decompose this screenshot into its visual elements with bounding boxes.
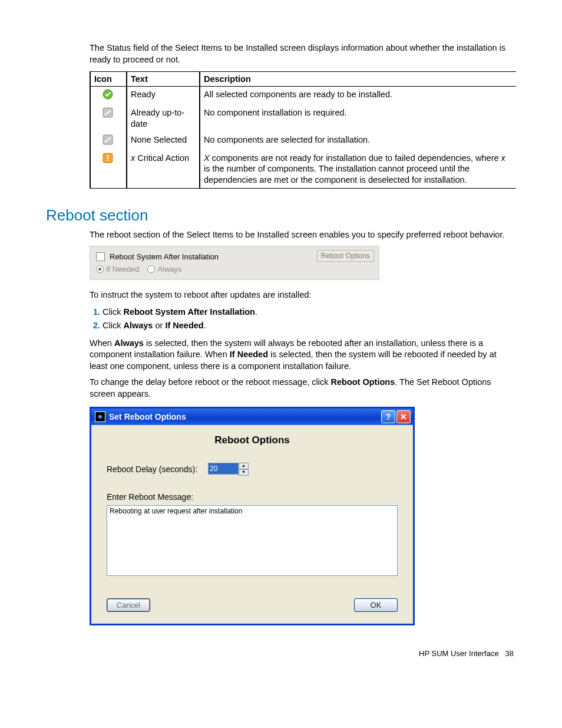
- svg-rect-5: [107, 160, 108, 161]
- instruct-text: To instruct the system to reboot after u…: [90, 289, 516, 301]
- row-desc: No components are selected for installat…: [200, 132, 516, 150]
- svg-point-7: [98, 415, 102, 419]
- paragraph-always-ifneeded: When Always is selected, then the system…: [90, 338, 516, 373]
- dialog-heading: Reboot Options: [107, 434, 398, 446]
- section-intro: The reboot section of the Select Items t…: [90, 229, 516, 241]
- intro-text: The Status field of the Select Items to …: [90, 42, 516, 65]
- steps-list: Click Reboot System After Installation. …: [90, 305, 516, 332]
- close-icon[interactable]: ✕: [396, 410, 411, 423]
- col-text: Text: [127, 72, 200, 87]
- step-1: Click Reboot System After Installation.: [103, 305, 516, 319]
- paragraph-reboot-options: To change the delay before reboot or the…: [90, 377, 516, 400]
- cancel-button[interactable]: Cancel: [107, 598, 150, 612]
- svg-rect-4: [107, 155, 108, 159]
- if-needed-label: If Needed: [106, 265, 139, 274]
- reboot-panel: Reboot Options Reboot System After Insta…: [90, 246, 379, 280]
- col-desc: Description: [200, 72, 516, 87]
- none-selected-icon: [103, 134, 113, 148]
- reboot-delay-input[interactable]: [208, 463, 239, 475]
- ok-button[interactable]: OK: [354, 598, 398, 612]
- reboot-after-install-checkbox[interactable]: [96, 252, 105, 261]
- always-label: Always: [157, 265, 181, 274]
- critical-icon: [103, 153, 113, 166]
- dialog-titlebar: Set Reboot Options ? ✕: [91, 409, 413, 425]
- always-radio[interactable]: [147, 265, 155, 273]
- step-2: Click Always or If Needed.: [103, 319, 516, 332]
- reboot-options-button[interactable]: Reboot Options: [317, 250, 374, 262]
- row-text: None Selected: [127, 132, 200, 150]
- page-footer: HP SUM User Interface 38: [46, 649, 516, 658]
- spinner-down-icon[interactable]: ▼: [239, 469, 249, 476]
- row-text: Already up-to-date: [127, 105, 200, 132]
- status-table: Icon Text Description Ready All selected…: [90, 71, 516, 189]
- reboot-after-install-label: Reboot System After Installation: [110, 252, 219, 261]
- table-row: Ready All selected components are ready …: [90, 87, 516, 105]
- dialog-app-icon: [95, 411, 105, 422]
- row-text: Ready: [127, 87, 200, 105]
- col-icon: Icon: [90, 72, 127, 87]
- dialog-title: Set Reboot Options: [109, 412, 186, 421]
- spinner-up-icon[interactable]: ▲: [239, 463, 249, 469]
- row-desc: No component installation is required.: [200, 105, 516, 132]
- table-row: x Critical Action X components are not r…: [90, 150, 516, 189]
- reboot-message-input[interactable]: [107, 505, 398, 576]
- table-row: Already up-to-date No component installa…: [90, 105, 516, 132]
- row-desc: X components are not ready for installat…: [200, 150, 516, 189]
- reboot-delay-label: Reboot Delay (seconds):: [107, 465, 197, 474]
- set-reboot-options-dialog: Set Reboot Options ? ✕ Reboot Options Re…: [90, 407, 415, 625]
- uptodate-icon: [103, 107, 113, 121]
- row-desc: All selected components are ready to be …: [200, 87, 516, 105]
- row-text: x Critical Action: [127, 150, 200, 189]
- reboot-delay-stepper[interactable]: ▲ ▼: [208, 463, 249, 476]
- section-heading: Reboot section: [46, 206, 516, 225]
- if-needed-radio[interactable]: [96, 265, 104, 273]
- ready-icon: [103, 89, 113, 103]
- help-icon[interactable]: ?: [381, 410, 395, 423]
- reboot-message-label: Enter Reboot Message:: [107, 492, 398, 502]
- table-row: None Selected No components are selected…: [90, 132, 516, 150]
